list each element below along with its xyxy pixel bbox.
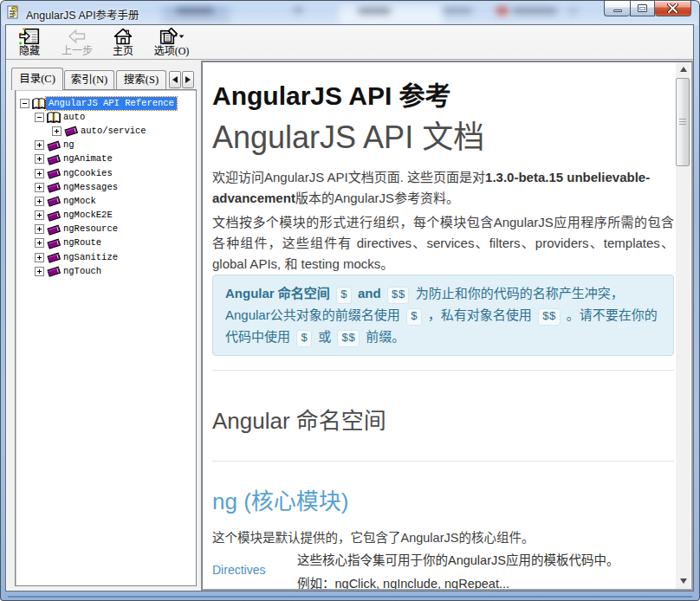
contents-tree: AngularJS API Reference auto auto/servic… [15, 89, 197, 586]
ng-module-heading[interactable]: ng (核心模块) [212, 488, 674, 515]
book-open-icon [47, 111, 61, 123]
expand-icon[interactable] [35, 169, 44, 178]
content-scrollbar[interactable] [676, 62, 690, 589]
tab-contents[interactable]: 目录(C) [11, 68, 63, 90]
minimize-button[interactable] [604, 1, 630, 16]
chm-app-icon-image: ? [7, 4, 22, 19]
code-dollar: $ [296, 330, 312, 347]
modules-paragraph: 文档按多个模块的形式进行组织，每个模块包含AngularJS应用程序所需的包含各… [212, 212, 674, 275]
tree-item-auto[interactable]: auto [16, 110, 196, 124]
tree-item-label: ngSanitize [61, 251, 120, 264]
hide-button-label: 隐藏 [19, 46, 40, 57]
ng-module-heading-text: ng (核心模块) [212, 488, 348, 514]
tab-search[interactable]: 搜索(S) [116, 70, 166, 89]
divider [212, 461, 674, 462]
hide-icon-image [19, 28, 40, 45]
scrollbar-thumb[interactable] [676, 78, 690, 166]
expand-icon[interactable] [52, 126, 62, 136]
arrow-left-icon [172, 76, 178, 83]
tree-item-label: auto/service [78, 125, 149, 138]
tree-item-ngtouch[interactable]: ngTouch [16, 264, 196, 278]
tree-item-nganimate[interactable]: ngAnimate [16, 152, 196, 166]
intro-paragraph: 欢迎访问AngularJS API文档页面. 这些页面是对1.3.0-beta.… [212, 167, 674, 209]
tree-item-label: ngCookies [61, 167, 115, 180]
close-button[interactable] [655, 1, 691, 16]
intro-text: 欢迎访问AngularJS API文档页面. 这些页面是对 [212, 170, 485, 184]
tree-item-ngsanitize[interactable]: ngSanitize [16, 250, 196, 264]
expand-icon[interactable] [35, 238, 44, 248]
chm-app-icon: ? [7, 4, 22, 19]
arrow-down-icon [680, 578, 687, 584]
tree-item-ngmessages[interactable]: ngMessages [16, 180, 196, 194]
back-button-label: 上一步 [62, 46, 93, 57]
expand-icon[interactable] [35, 140, 44, 150]
namespace-note-box: Angular 命名空间 $ and $$ 为防止和你的代码的名称产生冲突，An… [212, 275, 674, 356]
window-title: AngularJS API参考手册 [26, 6, 139, 23]
tree-item-angularjs-api-reference[interactable]: AngularJS API Reference [16, 96, 196, 110]
collapse-icon[interactable] [20, 99, 29, 108]
tree-item-ng[interactable]: ng [16, 139, 196, 152]
book-closed-icon [47, 195, 61, 207]
bottom-frame-accent [8, 596, 692, 598]
expand-icon[interactable] [35, 224, 44, 234]
tab-search-label: 搜索(S) [124, 74, 159, 86]
tree-item-ngmock[interactable]: ngMock [16, 194, 196, 208]
book-closed-icon [47, 251, 61, 263]
tree-item-auto-service[interactable]: auto/service [16, 124, 196, 138]
code-double-dollar: $$ [387, 287, 410, 304]
namespace-section-title: Angular 命名空间 [212, 407, 674, 435]
expand-icon[interactable] [35, 183, 44, 192]
note-bold-title: Angular 命名空间 [225, 286, 330, 300]
expand-icon[interactable] [35, 154, 44, 164]
directives-example-text: 例如：ngClick, ngInclude, ngRepeat... [297, 575, 674, 589]
tree-item-label: ngRoute [61, 236, 104, 249]
chm-help-window: ? AngularJS API参考手册 [0, 0, 700, 601]
maximize-button[interactable] [630, 1, 655, 16]
book-closed-icon [47, 265, 61, 277]
tree-item-label: AngularJS API Reference [46, 97, 177, 110]
scroll-down-button[interactable] [676, 574, 690, 588]
tab-index[interactable]: 索引(N) [64, 70, 114, 89]
tree-item-ngcookies[interactable]: ngCookies [16, 166, 196, 180]
directives-link[interactable]: Directives [212, 552, 297, 589]
note-text: 前缀。 [366, 329, 405, 344]
home-icon-image [113, 28, 133, 45]
hide-button[interactable]: 隐藏 [9, 27, 50, 58]
home-button[interactable]: 主页 [104, 27, 142, 58]
book-closed-icon [47, 167, 61, 179]
book-closed-icon [47, 153, 61, 165]
book-closed-icon [47, 223, 61, 236]
close-icon [667, 3, 678, 13]
code-dollar: $ [406, 308, 422, 326]
page-title: AngularJS API 参考 [212, 81, 674, 111]
scroll-up-button[interactable] [676, 62, 690, 76]
back-icon-image [68, 29, 87, 44]
scroll-tabs-right-button[interactable] [182, 71, 194, 88]
expand-icon[interactable] [35, 253, 44, 262]
tree-item-ngmocke2e[interactable]: ngMockE2E [16, 209, 196, 223]
collapse-icon[interactable] [35, 113, 44, 122]
tree-item-label: ngAnimate [61, 152, 115, 165]
expand-icon[interactable] [35, 210, 44, 220]
options-icon [159, 27, 185, 45]
code-double-dollar: $$ [538, 308, 561, 326]
tree-item-ngresource[interactable]: ngResource [16, 223, 196, 236]
home-button-label: 主页 [113, 46, 133, 57]
tree-item-ngroute[interactable]: ngRoute [16, 236, 196, 250]
options-button[interactable]: 选项(O) [145, 27, 198, 58]
directives-description-text: 这些核心指令集可用于你的AngularJS应用的模板代码中。 [297, 552, 674, 570]
svg-text:?: ? [11, 5, 17, 18]
expand-icon[interactable] [35, 197, 44, 206]
minimize-icon [613, 10, 622, 12]
scroll-tabs-left-button[interactable] [169, 71, 181, 88]
ng-module-description: 这个模块是默认提供的，它包含了AngularJS的核心组件。 [212, 529, 674, 547]
expand-icon[interactable] [35, 267, 44, 276]
note-text: 或 [318, 329, 331, 344]
intro-text-tail: 版本的AngularJS参考资料。 [295, 191, 459, 205]
scrollbar-grip [679, 119, 686, 126]
book-closed-icon [64, 125, 78, 137]
topic-content-body: AngularJS API 参考 AngularJS API 文档 欢迎访问An… [204, 62, 676, 589]
book-open-icon [32, 97, 46, 109]
arrow-right-icon [185, 76, 191, 83]
back-button[interactable]: 上一步 [53, 27, 101, 58]
